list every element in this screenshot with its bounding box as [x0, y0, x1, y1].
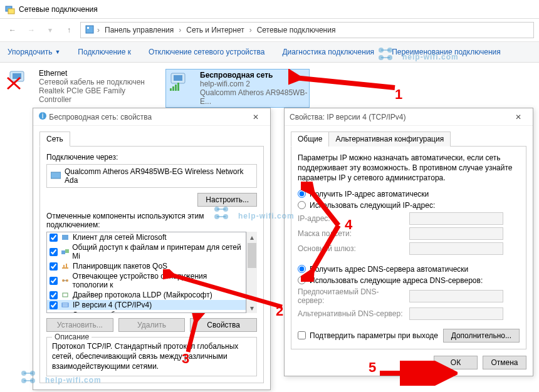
close-button[interactable]: ✕ — [246, 113, 265, 121]
components-listbox[interactable]: Клиент для сетей Microsoft Общий доступ … — [46, 232, 246, 313]
svg-point-46 — [21, 378, 26, 383]
qos-icon — [60, 262, 70, 271]
disable-device-button[interactable]: Отключение сетевого устройства — [149, 48, 264, 56]
advanced-button[interactable]: Дополнительно... — [443, 329, 520, 343]
ip-address-label: IP-адрес: — [298, 214, 404, 223]
svg-rect-13 — [177, 83, 179, 91]
dialog-titlebar: i Беспроводная сеть: свойства ✕ — [33, 108, 270, 126]
tab-general[interactable]: Общие — [291, 132, 329, 147]
svg-rect-1 — [8, 9, 14, 14]
recent-dropdown[interactable]: ▾ — [43, 23, 58, 38]
svg-rect-21 — [63, 265, 65, 267]
svg-rect-3 — [87, 27, 89, 29]
svg-rect-20 — [62, 267, 68, 269]
cancel-button[interactable]: Отмена — [483, 356, 526, 369]
ok-button[interactable]: ОК — [434, 356, 478, 369]
ip-auto-label: Получить IP-адрес автоматически — [310, 190, 429, 199]
lltd-responder-icon — [60, 276, 70, 285]
remove-button[interactable]: Удалить — [118, 318, 186, 332]
connection-status: help-wifi.com 2 — [200, 80, 308, 88]
scroll-down-button[interactable]: ▾ — [247, 302, 257, 313]
diagnose-button[interactable]: Диагностика подключения — [282, 48, 374, 56]
svg-rect-22 — [66, 264, 67, 267]
connect-to-button[interactable]: Подключение к — [78, 48, 131, 56]
dns-preferred-input — [409, 290, 503, 302]
component-checkbox[interactable] — [50, 291, 58, 299]
connect-via-label: Подключение через: — [46, 153, 257, 162]
organize-menu[interactable]: Упорядочить ▼ — [8, 48, 60, 56]
list-item: Общий доступ к файлам и принтерам для се… — [47, 242, 246, 261]
connection-item-ethernet[interactable]: Ethernet Сетевой кабель не подключен Rea… — [6, 69, 150, 108]
configure-button[interactable]: Настроить... — [197, 193, 257, 207]
dns-manual-label: Использовать следующие адреса DNS-сервер… — [310, 276, 483, 285]
svg-rect-18 — [61, 250, 65, 254]
tab-network[interactable]: Сеть — [39, 132, 70, 147]
list-item: Драйвер протокола LLDP (Майкрософт) — [47, 290, 246, 300]
back-button[interactable]: ← — [5, 23, 20, 38]
listbox-scrollbar[interactable]: ▴ ▾ — [246, 232, 257, 313]
client-icon — [60, 233, 70, 242]
ipv4-icon — [60, 301, 70, 309]
connection-device: Realtek PCIe GBE Family Controller — [39, 86, 150, 104]
list-item: Планировщик пакетов QoS — [47, 261, 246, 271]
install-button[interactable]: Установить... — [46, 318, 113, 332]
scroll-thumb[interactable] — [248, 243, 256, 268]
window-titlebar: Сетевые подключения — [0, 0, 539, 19]
svg-rect-2 — [86, 26, 93, 33]
dialog-title: Свойства: IP версии 4 (TCP/IPv4) — [290, 113, 406, 121]
properties-button[interactable]: Свойства — [190, 318, 257, 332]
adapter-field: Qualcomm Atheros AR9485WB-EG Wireless Ne… — [46, 164, 257, 188]
network-folder-icon — [5, 4, 15, 14]
window-title: Сетевые подключения — [19, 5, 98, 14]
description-text: Протокол TCP/IP. Стандартный протокол гл… — [52, 341, 251, 372]
dialog-titlebar: Свойства: IP версии 4 (TCP/IPv4) ✕ — [285, 108, 533, 126]
ip-auto-radio[interactable] — [298, 190, 306, 198]
validate-label: Подтвердить параметры при выходе — [310, 331, 438, 340]
description-group-title: Описание — [52, 333, 92, 341]
connections-list: Ethernet Сетевой кабель не подключен Rea… — [0, 63, 539, 114]
svg-rect-12 — [175, 85, 177, 91]
lldp-icon — [60, 291, 70, 299]
component-checkbox[interactable] — [50, 277, 58, 285]
component-checkbox[interactable] — [50, 301, 58, 309]
command-bar: Упорядочить ▼ Подключение к Отключение с… — [0, 41, 539, 63]
chevron-right-icon: › — [97, 26, 100, 34]
dns-alt-input — [409, 307, 503, 320]
svg-rect-10 — [170, 88, 172, 91]
dialog-title: Беспроводная сеть: свойства — [49, 113, 152, 121]
dns-auto-radio[interactable] — [298, 265, 306, 273]
ip-manual-radio[interactable] — [298, 201, 306, 209]
connection-name: Беспроводная сеть — [200, 71, 308, 80]
component-checkbox[interactable] — [50, 262, 58, 271]
adapter-name: Qualcomm Atheros AR9485WB-EG Wireless Ne… — [65, 167, 253, 185]
svg-rect-9 — [174, 75, 182, 81]
breadcrumb-item[interactable]: Сетевые подключения — [254, 26, 338, 34]
svg-rect-19 — [65, 249, 69, 253]
component-checkbox[interactable] — [50, 248, 58, 256]
svg-point-44 — [21, 371, 26, 376]
wireless-icon — [167, 71, 195, 93]
address-bar: ← → ▾ ↑ › Панель управления › Сеть и Инт… — [0, 19, 539, 41]
rename-button[interactable]: Переименование подключения — [392, 48, 501, 56]
breadcrumb-item[interactable]: Панель управления — [102, 26, 176, 34]
connection-item-wireless[interactable]: Беспроводная сеть help-wifi.com 2 Qualco… — [165, 69, 310, 108]
tab-alternative[interactable]: Альтернативная конфигурация — [328, 132, 451, 147]
close-button[interactable]: ✕ — [509, 113, 528, 121]
breadcrumb-item[interactable]: Сеть и Интернет — [184, 26, 246, 34]
chevron-right-icon: › — [179, 26, 181, 34]
svg-rect-26 — [63, 293, 68, 297]
forward-button[interactable]: → — [24, 23, 39, 38]
list-item: Отвечающее устройство обнаружения тополо… — [47, 271, 246, 290]
component-checkbox[interactable] — [50, 234, 58, 242]
breadcrumb-box[interactable]: › Панель управления › Сеть и Интернет › … — [80, 22, 534, 38]
components-label: Отмеченные компоненты используются этим … — [46, 212, 257, 229]
list-item: IP версии 4 (TCP/IPv4) — [47, 300, 246, 310]
validate-checkbox[interactable] — [298, 331, 306, 339]
wireless-properties-dialog: i Беспроводная сеть: свойства ✕ Сеть Под… — [33, 108, 271, 390]
svg-rect-16 — [51, 172, 61, 178]
up-button[interactable]: ↑ — [61, 23, 76, 38]
scroll-up-button[interactable]: ▴ — [247, 232, 257, 242]
dns-manual-radio[interactable] — [298, 276, 306, 284]
connection-status: Сетевой кабель не подключен — [39, 78, 150, 86]
chevron-down-icon: ▼ — [55, 49, 60, 55]
